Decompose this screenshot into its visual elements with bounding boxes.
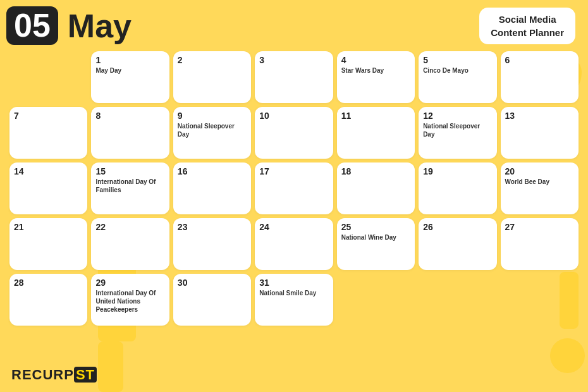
day-number: 18 [341, 166, 410, 176]
day-number: 25 [341, 222, 410, 232]
month-name: May [68, 7, 132, 45]
day-event: National Smile Day [259, 289, 328, 297]
bg-decoration-6 [550, 338, 585, 373]
day-number: 5 [423, 55, 492, 65]
day-cell[interactable]: 23 [173, 218, 251, 270]
app-title: Social Media Content Planner [479, 8, 575, 44]
day-cell[interactable]: 5Cinco De Mayo [419, 51, 496, 103]
day-event: National Sleepover Day [423, 122, 492, 138]
day-cell[interactable]: 19 [419, 162, 496, 214]
day-event: Cinco De Mayo [423, 66, 492, 75]
day-number: 19 [423, 166, 492, 176]
day-cell[interactable]: 1May Day [91, 51, 169, 103]
day-number: 26 [423, 222, 492, 232]
day-number: 24 [259, 222, 328, 232]
day-number: 12 [423, 111, 492, 121]
day-number: 15 [95, 166, 164, 176]
day-cell[interactable]: 7 [9, 107, 87, 159]
day-cell[interactable]: 4Star Wars Day [337, 51, 415, 103]
footer: RECURPST [11, 367, 97, 383]
month-number: 05 [6, 6, 58, 45]
day-event: May Day [95, 66, 164, 75]
day-cell[interactable]: 25National Wine Day [337, 218, 415, 270]
day-cell[interactable]: 29International Day Of United Nations Pe… [91, 274, 169, 326]
day-number: 3 [259, 55, 328, 65]
day-number: 2 [178, 55, 247, 65]
calendar-grid: 1May Day234Star Wars Day5Cinco De Mayo67… [9, 51, 579, 326]
day-number: 30 [178, 278, 247, 288]
logo-text-accent: ST [74, 367, 97, 383]
day-cell[interactable]: 12National Sleepover Day [419, 107, 496, 159]
day-cell[interactable]: 31National Smile Day [255, 274, 333, 326]
bg-decoration-2 [98, 341, 123, 392]
day-cell[interactable]: 11 [337, 107, 415, 159]
empty-cell [419, 274, 496, 326]
day-event: National Wine Day [341, 233, 410, 242]
day-number: 11 [341, 111, 410, 121]
empty-cell [501, 274, 579, 326]
day-event: Star Wars Day [341, 66, 410, 75]
logo-text-main: RECURP [11, 367, 74, 383]
day-cell[interactable]: 24 [255, 218, 333, 270]
day-event: National Sleepover Day [178, 122, 247, 138]
day-number: 21 [14, 222, 83, 232]
day-cell[interactable]: 14 [9, 162, 87, 214]
day-number: 6 [505, 55, 574, 65]
empty-cell [9, 51, 87, 103]
day-number: 20 [505, 166, 574, 176]
day-cell[interactable]: 16 [173, 162, 251, 214]
day-cell[interactable]: 13 [501, 107, 579, 159]
day-cell[interactable]: 10 [255, 107, 333, 159]
day-number: 17 [259, 166, 328, 176]
day-cell[interactable]: 17 [255, 162, 333, 214]
day-number: 4 [341, 55, 410, 65]
day-cell[interactable]: 21 [9, 218, 87, 270]
empty-cell [337, 274, 415, 326]
day-cell[interactable]: 6 [501, 51, 579, 103]
day-cell[interactable]: 8 [91, 107, 169, 159]
day-cell[interactable]: 30 [173, 274, 251, 326]
day-number: 14 [14, 166, 83, 176]
day-cell[interactable]: 20World Bee Day [501, 162, 579, 214]
day-cell[interactable]: 2 [173, 51, 251, 103]
day-cell[interactable]: 27 [501, 218, 579, 270]
day-cell[interactable]: 26 [419, 218, 496, 270]
day-number: 9 [178, 111, 247, 121]
day-number: 27 [505, 222, 574, 232]
day-number: 13 [505, 111, 574, 121]
day-cell[interactable]: 18 [337, 162, 415, 214]
day-number: 10 [259, 111, 328, 121]
day-number: 23 [178, 222, 247, 232]
day-number: 29 [95, 278, 164, 288]
header: 05 May Social Media Content Planner [0, 0, 588, 48]
day-number: 22 [95, 222, 164, 232]
day-number: 7 [14, 111, 83, 121]
day-event: International Day Of United Nations Peac… [95, 289, 164, 314]
header-left: 05 May [6, 6, 132, 45]
day-cell[interactable]: 15International Day Of Families [91, 162, 169, 214]
day-cell[interactable]: 28 [9, 274, 87, 326]
day-event: International Day Of Families [95, 178, 164, 194]
day-number: 31 [259, 278, 328, 288]
day-number: 28 [14, 278, 83, 288]
day-cell[interactable]: 3 [255, 51, 333, 103]
calendar-container: 1May Day234Star Wars Day5Cinco De Mayo67… [0, 48, 588, 329]
day-cell[interactable]: 22 [91, 218, 169, 270]
day-number: 16 [178, 166, 247, 176]
logo: RECURPST [11, 367, 97, 383]
day-cell[interactable]: 9National Sleepover Day [173, 107, 251, 159]
day-number: 1 [95, 55, 164, 65]
day-event: World Bee Day [505, 178, 574, 186]
day-number: 8 [95, 111, 164, 121]
